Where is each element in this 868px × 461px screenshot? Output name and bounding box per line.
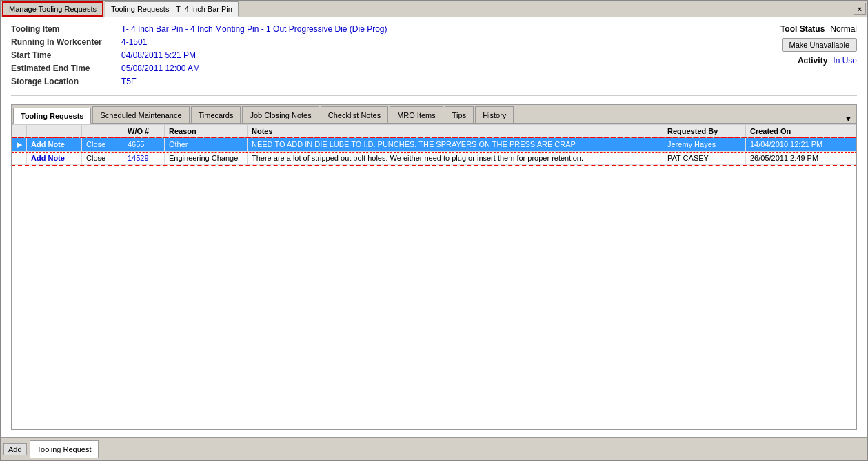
storage-location-label: Storage Location xyxy=(11,77,121,86)
tab-history[interactable]: History xyxy=(475,106,514,123)
row-arrow-cell xyxy=(12,152,27,165)
row-requested-by-cell: Jeremy Hayes xyxy=(663,138,746,152)
tooling-item-value: T- 4 Inch Bar Pin - 4 Inch Monting Pin -… xyxy=(121,24,387,34)
storage-location-value: T5E xyxy=(121,77,137,86)
estimated-end-time-row: Estimated End Time 05/08/2011 12:00 AM xyxy=(11,63,780,73)
tool-status-row: Tool Status Normal xyxy=(780,24,857,34)
tab-pin-label: Tooling Requests - T- 4 Inch Bar Pin xyxy=(111,5,232,13)
row-reason-cell: Other xyxy=(165,138,248,152)
tool-status-label: Tool Status xyxy=(780,24,825,34)
col-header-created-on: Created On xyxy=(746,125,856,138)
table-row[interactable]: Add NoteClose14529Engineering ChangeTher… xyxy=(12,152,856,165)
running-in-workcenter-row: Running In Workcenter 4-1501 xyxy=(11,37,780,47)
info-right: Tool Status Normal Make Unavailable Acti… xyxy=(780,24,857,90)
make-unavailable-button[interactable]: Make Unavailable xyxy=(782,38,857,52)
col-header-close xyxy=(82,125,123,138)
activity-row: Activity In Use xyxy=(798,56,857,66)
tab-checklist-notes[interactable]: Checklist Notes xyxy=(321,106,388,123)
tab-tooling-requests[interactable]: Tooling Requests xyxy=(13,108,91,124)
add-button[interactable]: Add xyxy=(3,443,27,455)
tool-info-section: Tooling Item T- 4 Inch Bar Pin - 4 Inch … xyxy=(11,24,857,96)
table-row[interactable]: ▶Add NoteClose4655OtherNEED TO ADD IN DI… xyxy=(12,138,856,152)
row-wo-cell: 4655 xyxy=(123,138,165,152)
main-window: Manage Tooling Requests Tooling Requests… xyxy=(0,0,868,461)
start-time-value: 04/08/2011 5:21 PM xyxy=(121,50,196,60)
tab-scheduled-maintenance[interactable]: Scheduled Maintenance xyxy=(92,106,189,123)
start-time-row: Start Time 04/08/2011 5:21 PM xyxy=(11,50,780,60)
row-reason-cell: Engineering Change xyxy=(165,152,248,165)
tab-job-closing-notes[interactable]: Job Closing Notes xyxy=(242,106,319,123)
tab-mro-items[interactable]: MRO Items xyxy=(390,106,443,123)
running-in-workcenter-label: Running In Workcenter xyxy=(11,37,121,47)
estimated-end-time-value: 05/08/2011 12:00 AM xyxy=(121,63,200,73)
tooling-item-row: Tooling Item T- 4 Inch Bar Pin - 4 Inch … xyxy=(11,24,780,34)
col-header-notes: Notes xyxy=(248,125,663,138)
estimated-end-time-label: Estimated End Time xyxy=(11,63,121,73)
row-arrow-cell: ▶ xyxy=(12,138,27,152)
row-notes-cell: There are a lot of stripped out bolt hol… xyxy=(248,152,663,165)
row-wo-cell: 14529 xyxy=(123,152,165,165)
tab-bar: Manage Tooling Requests Tooling Requests… xyxy=(1,1,867,17)
tab-manage-tooling-requests[interactable]: Manage Tooling Requests xyxy=(2,1,103,17)
col-header-arrow xyxy=(12,125,27,138)
storage-location-row: Storage Location T5E xyxy=(11,77,780,86)
tabs-container: Tooling Requests Scheduled Maintenance T… xyxy=(11,104,857,430)
bottom-bar: Add Tooling Request xyxy=(1,437,867,460)
row-close-cell: Close xyxy=(82,152,123,165)
row-action-cell[interactable]: Add Note xyxy=(27,138,82,152)
col-header-requested-by: Requested By xyxy=(663,125,746,138)
info-left: Tooling Item T- 4 Inch Bar Pin - 4 Inch … xyxy=(11,24,780,90)
row-close-cell: Close xyxy=(82,138,123,152)
inner-tabs-header: Tooling Requests Scheduled Maintenance T… xyxy=(12,105,856,124)
row-notes-cell: NEED TO ADD IN DIE LUBE TO I.D. PUNCHES.… xyxy=(248,138,663,152)
row-requested-by-cell: PAT CASEY xyxy=(663,152,746,165)
tab-timecards[interactable]: Timecards xyxy=(191,106,241,123)
col-header-action xyxy=(27,125,82,138)
table-area: W/O # Reason Notes Requested By xyxy=(12,124,856,429)
tab-tips[interactable]: Tips xyxy=(445,106,474,123)
col-header-reason: Reason xyxy=(165,125,248,138)
main-content: Tooling Item T- 4 Inch Bar Pin - 4 Inch … xyxy=(1,17,867,437)
tool-status-value: Normal xyxy=(830,24,857,34)
row-action-cell[interactable]: Add Note xyxy=(27,152,82,165)
close-button[interactable]: × xyxy=(854,3,866,15)
tab-tooling-requests-pin[interactable]: Tooling Requests - T- 4 Inch Bar Pin xyxy=(105,1,239,17)
activity-label: Activity xyxy=(798,56,827,66)
row-created-on-cell: 14/04/2010 12:21 PM xyxy=(746,138,856,152)
tooling-requests-table: W/O # Reason Notes Requested By xyxy=(12,124,856,165)
tab-manage-label: Manage Tooling Requests xyxy=(9,5,97,13)
start-time-label: Start Time xyxy=(11,50,121,60)
tabs-dropdown-arrow[interactable]: ▼ xyxy=(842,115,855,123)
col-header-wo: W/O # xyxy=(123,125,165,138)
tooling-item-label: Tooling Item xyxy=(11,24,121,34)
tooling-request-tab[interactable]: Tooling Request xyxy=(30,440,99,458)
row-created-on-cell: 26/05/2011 2:49 PM xyxy=(746,152,856,165)
running-in-workcenter-value: 4-1501 xyxy=(121,37,147,47)
activity-value: In Use xyxy=(833,56,857,66)
